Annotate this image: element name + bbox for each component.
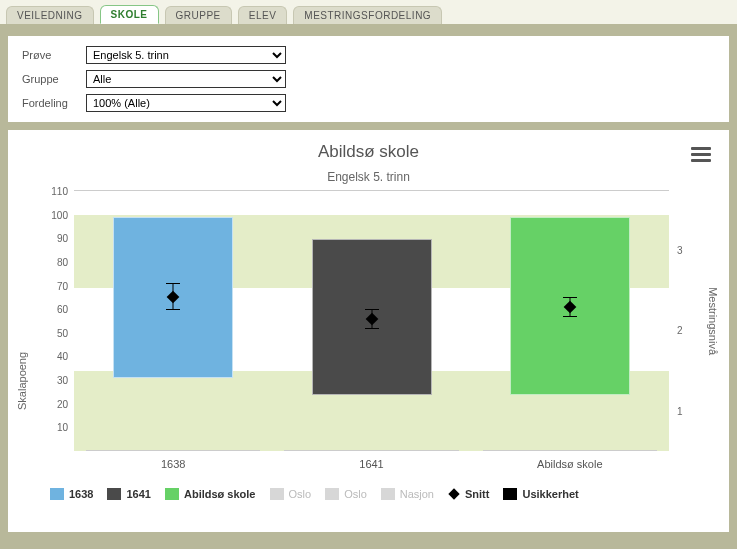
- menu-icon: [691, 147, 711, 150]
- legend: 16381641Abildsø skoleOsloOsloNasjonSnitt…: [50, 488, 709, 500]
- legend-label: Abildsø skole: [184, 488, 256, 500]
- legend-swatch: [50, 488, 64, 500]
- plot-area: 102030405060708090100110123: [74, 190, 669, 450]
- tab-gruppe[interactable]: GRUPPE: [165, 6, 232, 24]
- chart-menu-button[interactable]: [691, 144, 711, 165]
- tab-mestringsfordeling[interactable]: MESTRINGSFORDELING: [293, 6, 442, 24]
- content: Prøve Engelsk 5. trinn Gruppe Alle Forde…: [0, 24, 737, 532]
- filter-fordeling-select[interactable]: 100% (Alle): [86, 94, 286, 112]
- legend-label: Oslo: [289, 488, 312, 500]
- ytick-left: 80: [46, 256, 74, 267]
- legend-item[interactable]: Oslo: [270, 488, 312, 500]
- ytick-right: 1: [669, 405, 683, 416]
- legend-swatch: [325, 488, 339, 500]
- x-axis: 16381641Abildsø skole: [74, 450, 669, 478]
- chart-title: Abildsø skole: [28, 142, 709, 162]
- ytick-right: 2: [669, 325, 683, 336]
- filter-gruppe-select[interactable]: Alle: [86, 70, 286, 88]
- legend-item[interactable]: Snitt: [448, 488, 489, 500]
- legend-label: Oslo: [344, 488, 367, 500]
- diamond-icon: [448, 488, 459, 499]
- legend-swatch: [107, 488, 121, 500]
- ytick-left: 110: [46, 186, 74, 197]
- legend-item[interactable]: Oslo: [325, 488, 367, 500]
- legend-swatch: [165, 488, 179, 500]
- filter-gruppe-label: Gruppe: [22, 73, 78, 85]
- tab-elev[interactable]: ELEV: [238, 6, 288, 24]
- legend-item[interactable]: Usikkerhet: [503, 488, 578, 500]
- app-root: VEILEDNING SKOLE GRUPPE ELEV MESTRINGSFO…: [0, 0, 737, 549]
- legend-swatch: [381, 488, 395, 500]
- legend-swatch: [270, 488, 284, 500]
- legend-label: Usikkerhet: [522, 488, 578, 500]
- legend-label: 1638: [69, 488, 93, 500]
- chart-card: Abildsø skole Engelsk 5. trinn Skalapoen…: [8, 130, 729, 532]
- tab-bar: VEILEDNING SKOLE GRUPPE ELEV MESTRINGSFO…: [0, 0, 737, 24]
- legend-label: Snitt: [465, 488, 489, 500]
- tab-skole[interactable]: SKOLE: [100, 5, 159, 24]
- ytick-left: 40: [46, 351, 74, 362]
- ytick-left: 10: [46, 422, 74, 433]
- ytick-left: 50: [46, 327, 74, 338]
- filter-fordeling-label: Fordeling: [22, 97, 78, 109]
- xtick: Abildsø skole: [537, 458, 602, 470]
- legend-swatch: [503, 488, 517, 500]
- filter-panel: Prøve Engelsk 5. trinn Gruppe Alle Forde…: [8, 36, 729, 122]
- legend-item[interactable]: 1638: [50, 488, 93, 500]
- legend-label: Nasjon: [400, 488, 434, 500]
- chart-subtitle: Engelsk 5. trinn: [28, 170, 709, 184]
- legend-item[interactable]: 1641: [107, 488, 150, 500]
- filter-prove-label: Prøve: [22, 49, 78, 61]
- legend-label: 1641: [126, 488, 150, 500]
- ytick-left: 100: [46, 209, 74, 220]
- ytick-right: 3: [669, 245, 683, 256]
- y-axis-left-label: Skalapoeng: [16, 352, 28, 410]
- xtick: 1638: [161, 458, 185, 470]
- legend-item[interactable]: Nasjon: [381, 488, 434, 500]
- filter-prove-select[interactable]: Engelsk 5. trinn: [86, 46, 286, 64]
- xtick: 1641: [359, 458, 383, 470]
- ytick-left: 70: [46, 280, 74, 291]
- ytick-left: 30: [46, 375, 74, 386]
- legend-item[interactable]: Abildsø skole: [165, 488, 256, 500]
- y-axis-right-label: Mestringsnivå: [707, 287, 719, 355]
- tab-veiledning[interactable]: VEILEDNING: [6, 6, 94, 24]
- ytick-left: 60: [46, 304, 74, 315]
- ytick-left: 90: [46, 233, 74, 244]
- ytick-left: 20: [46, 398, 74, 409]
